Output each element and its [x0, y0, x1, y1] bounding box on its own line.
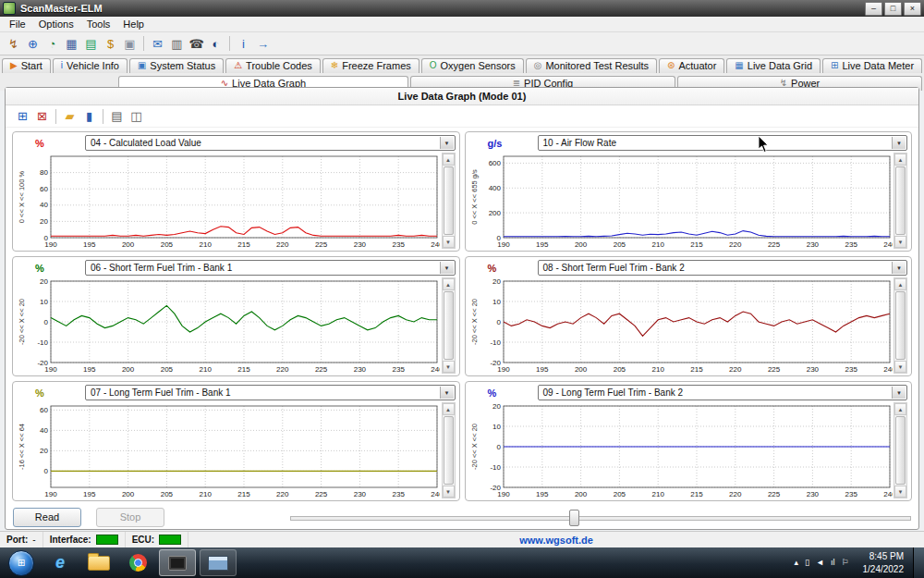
chart-scrollbar[interactable]: ▲▼	[894, 277, 907, 374]
chevron-down-icon[interactable]: ▼	[892, 387, 906, 399]
pid-select[interactable]: 07 - Long Term Fuel Trim - Bank 1▼	[85, 385, 456, 400]
scroll-thumb[interactable]	[895, 416, 906, 485]
remove-pid-icon[interactable]: ⊠	[32, 107, 52, 126]
phone-icon[interactable]: ☎	[187, 34, 206, 53]
tab-trouble-codes[interactable]: ⚠Trouble Codes	[225, 58, 321, 73]
chevron-down-icon[interactable]: ▼	[440, 262, 454, 274]
stop-button[interactable]: Stop	[96, 508, 164, 527]
menu-file[interactable]: File	[3, 18, 32, 31]
pid-select[interactable]: 08 - Short Term Fuel Trim - Bank 2▼	[538, 260, 908, 276]
taskbar-ie[interactable]: e	[43, 550, 78, 575]
scroll-down-icon[interactable]: ▼	[894, 361, 906, 373]
svg-text:225: 225	[315, 490, 328, 498]
show-desktop-button[interactable]	[913, 547, 924, 578]
tab-start[interactable]: ▶Start	[2, 58, 51, 73]
scroll-down-icon[interactable]: ▼	[894, 486, 906, 498]
world-icon[interactable]: ◐	[206, 34, 225, 53]
menu-help[interactable]: Help	[116, 18, 151, 31]
save-icon[interactable]: ▮	[79, 107, 99, 126]
scroll-thumb[interactable]	[444, 416, 454, 485]
chip-icon	[168, 556, 187, 571]
tab-system-status[interactable]: ▣System Status	[129, 58, 224, 73]
action-center-flag-icon[interactable]: ⚐	[841, 559, 848, 567]
taskbar-window[interactable]	[200, 549, 237, 576]
scroll-down-icon[interactable]: ▼	[894, 236, 906, 248]
scroll-thumb[interactable]	[444, 166, 454, 235]
slider-thumb[interactable]	[569, 510, 579, 526]
info-icon[interactable]: i	[234, 34, 253, 53]
scroll-thumb[interactable]	[444, 291, 454, 360]
svg-text:215: 215	[237, 490, 250, 498]
chart-icon[interactable]: ▤	[81, 34, 101, 53]
pid-select[interactable]: 06 - Short Term Fuel Trim - Bank 1▼	[85, 260, 456, 276]
chart-scrollbar[interactable]: ▲▼	[894, 402, 907, 498]
chart-scrollbar[interactable]: ▲▼	[442, 277, 456, 374]
calculator-icon[interactable]: ▥	[167, 34, 187, 53]
scroll-up-icon[interactable]: ▲	[894, 278, 906, 290]
tab-monitored-test-results[interactable]: ◎Monitored Test Results	[526, 58, 657, 73]
menu-bar: FileOptionsToolsHelp	[0, 17, 924, 32]
scroll-thumb[interactable]	[895, 291, 906, 360]
menu-tools[interactable]: Tools	[80, 18, 117, 31]
chevron-down-icon[interactable]: ▼	[440, 387, 454, 399]
taskbar-explorer[interactable]	[81, 550, 116, 575]
print-preview-icon[interactable]: ◫	[127, 107, 146, 126]
chart-scrollbar[interactable]: ▲▼	[442, 402, 456, 498]
svg-text:195: 195	[536, 365, 549, 374]
chart-scrollbar[interactable]: ▲▼	[894, 153, 907, 249]
currency-icon[interactable]: $	[101, 34, 120, 53]
scroll-up-icon[interactable]: ▲	[894, 154, 906, 166]
open-icon[interactable]: ▰	[60, 107, 79, 126]
scroll-down-icon[interactable]: ▼	[443, 486, 455, 498]
page-title: Live Data Graph (Mode 01)	[6, 88, 918, 105]
chevron-down-icon[interactable]: ▼	[440, 137, 454, 149]
chart-scrollbar[interactable]: ▲▼	[442, 153, 456, 249]
minimize-button[interactable]: –	[865, 2, 882, 16]
network-icon[interactable]: ıl	[831, 559, 835, 567]
scroll-up-icon[interactable]: ▲	[443, 403, 455, 415]
maximize-button[interactable]: □	[884, 2, 902, 16]
svg-text:190: 190	[497, 365, 510, 374]
globe-icon[interactable]: ◔	[43, 34, 62, 53]
show-hidden-icons-icon[interactable]: ▴	[795, 559, 799, 567]
tab-actuator[interactable]: ⊛Actuator	[659, 58, 724, 73]
add-pid-icon[interactable]: ⊞	[13, 107, 32, 126]
clipboard-icon[interactable]: ▣	[120, 34, 140, 53]
pid-select[interactable]: 04 - Calculated Load Value▼	[85, 135, 456, 151]
tab-vehicle-info[interactable]: iVehicle Info	[53, 58, 128, 73]
data-table-icon[interactable]: ▦	[62, 34, 81, 53]
svg-text:195: 195	[83, 490, 96, 498]
read-button[interactable]: Read	[13, 508, 81, 527]
chevron-down-icon[interactable]: ▼	[892, 137, 906, 149]
connect-icon[interactable]: ↯	[4, 34, 23, 53]
clock[interactable]: 8:45 PM 1/24/2022	[856, 550, 912, 575]
power-icon[interactable]: ▯	[805, 559, 809, 567]
comment-icon[interactable]: ✉	[148, 34, 167, 53]
tab-live-data-grid[interactable]: ▦Live Data Grid	[726, 58, 821, 73]
taskbar-scanmaster[interactable]	[159, 549, 196, 576]
chevron-down-icon[interactable]: ▼	[892, 262, 906, 274]
web-update-icon[interactable]: ⊕	[23, 34, 43, 53]
pid-select[interactable]: 10 - Air Flow Rate▼	[538, 135, 908, 151]
scroll-up-icon[interactable]: ▲	[894, 403, 906, 415]
print-icon[interactable]: ▤	[107, 107, 127, 126]
scroll-down-icon[interactable]: ▼	[443, 361, 455, 373]
exit-icon[interactable]: →	[253, 34, 273, 53]
website-link[interactable]: www.wgsoft.de	[188, 535, 924, 546]
menu-options[interactable]: Options	[32, 18, 80, 31]
tab-live-data-meter[interactable]: ⊞Live Data Meter	[822, 58, 922, 73]
scroll-up-icon[interactable]: ▲	[443, 278, 455, 290]
tab-freeze-frames[interactable]: ❄Freeze Frames	[322, 58, 419, 73]
taskbar-chrome[interactable]	[120, 550, 155, 575]
svg-text:190: 190	[44, 490, 57, 498]
scroll-up-icon[interactable]: ▲	[443, 154, 455, 166]
scroll-thumb[interactable]	[895, 166, 906, 235]
scroll-down-icon[interactable]: ▼	[443, 236, 455, 248]
close-button[interactable]: ×	[904, 2, 921, 16]
tab-oxygen-sensors[interactable]: OOxygen Sensors	[421, 58, 524, 73]
timeline-slider[interactable]	[290, 509, 911, 525]
svg-text:240: 240	[883, 240, 893, 249]
pid-select[interactable]: 09 - Long Term Fuel Trim - Bank 2▼	[538, 385, 908, 400]
start-button[interactable]: ⊞	[8, 550, 34, 576]
volume-icon[interactable]: ◄	[816, 559, 824, 567]
